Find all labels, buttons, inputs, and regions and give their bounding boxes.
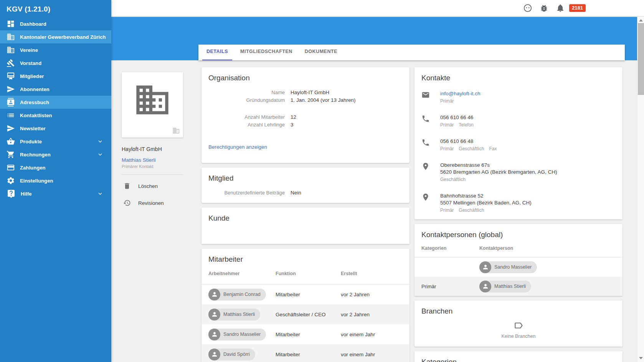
sidebar-item-dashboard[interactable]: Dashboard — [0, 17, 111, 30]
chevron-down-icon — [97, 138, 104, 145]
field-row: Gründungsdatum1. Jan. 2004 (vor 13 Jahre… — [208, 96, 403, 104]
sidebar-item-adressbuch[interactable]: Adressbuch — [0, 96, 111, 109]
l-schen-button[interactable]: Löschen — [122, 178, 183, 194]
tab-mitgliedschaften[interactable]: MITGLIEDSCHAFTEN — [236, 45, 297, 60]
sidebar-item-rechnungen[interactable]: Rechnungen — [0, 148, 111, 161]
field-label: Anzahl Lehrlinge — [208, 121, 285, 129]
person-chip-label: Benjamin Conrad — [220, 292, 266, 297]
person-chip-label: Matthias Stierli — [220, 312, 260, 317]
person-avatar-icon — [208, 289, 220, 301]
kontakt-tags: PrimärGeschäftlich — [440, 207, 532, 213]
delete-icon — [123, 182, 131, 190]
organisation-fields: NameHayloft-IT GmbHGründungsdatum1. Jan.… — [208, 89, 403, 129]
person-avatar-icon — [208, 329, 220, 340]
person-chip[interactable]: Sandro Masselier — [479, 261, 537, 273]
card-title: Branchen — [421, 307, 616, 316]
field-row: Anzahl Lehrlinge3 — [208, 121, 403, 129]
scrollbar-down-arrow-icon[interactable] — [639, 357, 643, 359]
sidebar-item-abonnenten[interactable]: Abonnenten — [0, 83, 111, 96]
kontakt-item-place: Bahnhofstrasse 525507 Mellingen (Bezirk … — [421, 193, 616, 213]
kontakt-tags: PrimärTelefon — [440, 122, 479, 128]
divider — [122, 174, 183, 175]
sidebar-item-vorstand[interactable]: Vorstand — [0, 56, 111, 70]
place-icon — [421, 193, 430, 213]
field-value: Hayloft-IT GmbH — [291, 89, 329, 96]
sidebar-item-label: Rechnungen — [20, 152, 92, 158]
contacts-icon — [7, 98, 15, 106]
sidebar-item-kantonaler-gewerbeverband-z-rich[interactable]: Kantonaler Gewerbeverband Zürich — [0, 30, 111, 43]
dashboard-icon — [7, 20, 15, 28]
person-chip[interactable]: Matthias Stierli — [479, 281, 531, 292]
sidebar-item-label: Abonnenten — [20, 86, 104, 92]
field-value: 1. Jan. 2004 (vor 13 Jahren) — [291, 96, 356, 104]
sidebar-item-kontaktlisten[interactable]: Kontaktlisten — [0, 109, 111, 122]
notifications-bell-icon[interactable] — [556, 3, 565, 13]
person-chip-label: Sandro Masselier — [220, 332, 266, 337]
phone-icon — [421, 138, 430, 152]
building-small-icon — [172, 127, 180, 135]
sidebar-item-einstellungen[interactable]: Einstellungen — [0, 174, 111, 187]
sidebar-item-newsletter[interactable]: Newsletter — [0, 122, 111, 135]
domain-icon — [7, 33, 15, 41]
funktion-cell: Mitarbeiter — [276, 292, 341, 297]
field-label: Benutzerdefinierte Beiträge — [208, 189, 285, 197]
card-membership-icon — [7, 72, 15, 80]
person-chip[interactable]: Benjamin Conrad — [208, 289, 266, 301]
organisation-image-card[interactable] — [122, 72, 183, 138]
sidebar-item-label: Hilfe — [21, 191, 92, 197]
kontakt-tags: Geschäftlich — [440, 176, 557, 183]
kategorien-card: Kategorien — [414, 351, 623, 362]
person-chip[interactable]: Matthias Stierli — [208, 309, 260, 320]
scrollbar-thumb[interactable] — [638, 23, 644, 95]
funktion-cell: Mitarbeiter — [276, 352, 341, 357]
content-column-right: Kontakte info@hayloft-it.chPrimär056 610… — [414, 67, 623, 362]
branchen-empty-text: Keine Branchen — [421, 334, 616, 339]
person-chip[interactable]: Sandro Masselier — [208, 329, 266, 340]
scrollbar[interactable] — [637, 17, 644, 362]
settings-icon — [7, 176, 15, 185]
person-chip[interactable]: David Spörri — [208, 349, 255, 360]
mitarbeiter-row[interactable]: David SpörriMitarbeitervor einem Jahr — [201, 344, 410, 362]
mitarbeiter-row[interactable]: Benjamin ConradMitarbeitervor 2 Jahren — [201, 284, 410, 304]
chevron-down-icon — [97, 151, 104, 158]
field-row: NameHayloft-IT GmbH — [208, 89, 403, 96]
mail-icon — [421, 91, 430, 104]
primary-contact-link[interactable]: Matthias Stierli — [122, 157, 183, 163]
tab-details[interactable]: DETAILS — [202, 45, 232, 60]
person-chip-label: David Spörri — [220, 352, 255, 357]
field-value: 3 — [291, 121, 294, 129]
history-icon — [123, 199, 131, 207]
mitarbeiter-table-header: ArbeitnehmerFunktionErstellt — [201, 271, 410, 284]
account-face-icon[interactable] — [523, 3, 532, 13]
person-chip-label: Matthias Stierli — [491, 284, 531, 289]
card-title: Mitglied — [208, 174, 403, 183]
show-permissions-link[interactable]: Berechtigungen anzeigen — [208, 144, 403, 157]
kategorie-cell: Primär — [421, 284, 479, 289]
organisation-card: Organisation NameHayloft-IT GmbHGründung… — [201, 67, 410, 163]
sidebar-item-hilfe[interactable]: Hilfe — [0, 187, 111, 200]
field-label: Anzahl Mitarbeiter — [208, 113, 285, 121]
kontakt-value: Bahnhofstrasse 52 — [440, 193, 532, 199]
bug-report-icon[interactable] — [540, 4, 548, 13]
kontakte-card: Kontakte info@hayloft-it.chPrimär056 610… — [414, 67, 623, 219]
primary-contact-caption: Primärer Kontakt — [122, 164, 183, 169]
cart-icon — [7, 150, 15, 159]
mitarbeiter-row[interactable]: Sandro MasselierMitarbeitervor einem Jah… — [201, 324, 410, 344]
mitarbeiter-card: Mitarbeiter ArbeitnehmerFunktionErstellt… — [201, 249, 410, 362]
sidebar-item-mitglieder[interactable]: Mitglieder — [0, 70, 111, 83]
tab-dokumente[interactable]: DOKUMENTE — [301, 45, 342, 60]
email-link[interactable]: info@hayloft-it.ch — [440, 90, 481, 97]
scrollbar-up-arrow-icon[interactable] — [639, 19, 643, 22]
kontaktperson-row[interactable]: Sandro Masselier — [414, 257, 623, 277]
action-label: Löschen — [138, 183, 158, 189]
mitarbeiter-row[interactable]: Matthias StierliGeschäftsleiter / CEOvor… — [201, 304, 410, 324]
tag-label-icon — [514, 320, 523, 330]
kontakt-value: Oberebenstrasse 67s — [440, 162, 557, 169]
tab-bar: DETAILSMITGLIEDSCHAFTENDOKUMENTE — [198, 45, 625, 60]
person-avatar-icon — [208, 309, 220, 320]
revisionen-button[interactable]: Revisionen — [122, 194, 183, 211]
sidebar-item-vereine[interactable]: Vereine — [0, 43, 111, 56]
sidebar-item-zahlungen[interactable]: Zahlungen — [0, 161, 111, 174]
sidebar-item-produkte[interactable]: Produkte — [0, 135, 111, 148]
kontaktperson-row[interactable]: PrimärMatthias Stierli — [414, 277, 623, 296]
